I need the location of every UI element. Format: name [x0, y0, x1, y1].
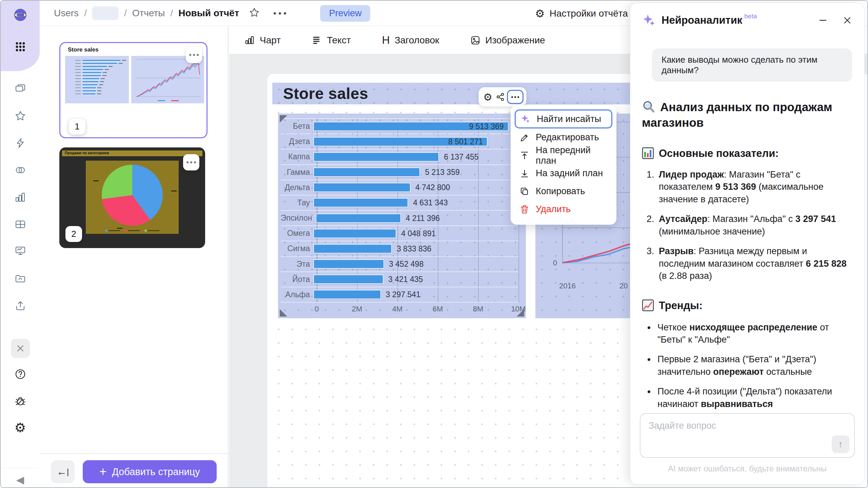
list-item: Лидер продаж: Магазин "Бета" с показател… [657, 168, 852, 205]
favorite-star-icon[interactable] [249, 7, 260, 20]
menu-item-send-back[interactable]: На задний план [515, 164, 612, 182]
question-input-wrap: ↑ [640, 413, 855, 458]
widget-toolbar: ⚙ [478, 87, 527, 107]
report-settings-button[interactable]: ⚙ Настройки отчёта [535, 1, 628, 26]
insert-image-button[interactable]: Изображение [470, 35, 545, 46]
analysis-heading: Анализ данных по продажам магазинов [642, 99, 852, 130]
report-title-widget[interactable]: Store sales [272, 83, 672, 104]
close-icon[interactable] [843, 16, 852, 25]
question-input[interactable] [640, 414, 854, 457]
collapse-rail-icon[interactable]: ◀ [16, 474, 24, 486]
pie-graphic [102, 165, 163, 226]
widget-settings-icon[interactable]: ⚙ [481, 90, 494, 104]
chart-icon [245, 35, 255, 45]
bar-category-label: Альфа [281, 290, 313, 299]
app-logo-icon[interactable] [13, 7, 28, 22]
list-item: Аутсайдер: Магазин "Альфа" с 3 297 541 (… [657, 213, 852, 238]
panel-title: Нейроаналитик [662, 14, 742, 26]
menu-item-find-insights[interactable]: Найти инсайты [515, 109, 612, 128]
bar-value-label: 3 297 541 [386, 290, 420, 299]
widget-share-icon[interactable] [494, 90, 507, 104]
bar-category-label: Гамма [281, 168, 313, 177]
trend-chart-emoji-icon [642, 299, 654, 311]
y-axis-tick: 0 [553, 259, 557, 267]
bar-value-label: 4 048 891 [401, 229, 436, 238]
list-item: Четкое нисходящее распределение от "Беты… [655, 321, 852, 346]
bar-row: Дельта4 742 800 [281, 180, 518, 196]
pencil-icon [519, 133, 530, 143]
bar-category-label: Дзета [281, 137, 313, 146]
bar-row: Каппа6 137 455 [281, 149, 518, 165]
bar-value-label: 5 213 359 [425, 168, 459, 177]
bar [313, 229, 396, 238]
favorites-icon[interactable] [13, 108, 28, 123]
storage-folder-icon[interactable] [13, 271, 28, 286]
report-title: Store sales [283, 84, 368, 103]
breadcrumb: Users / / Отчеты / Новый отчёт [54, 6, 239, 20]
breadcrumb-root[interactable]: Users [54, 8, 79, 19]
copy-icon [519, 186, 530, 197]
bar-value-label: 6 137 455 [444, 152, 478, 161]
dashboards-icon[interactable] [13, 243, 28, 258]
bar-value-label: 3 421 435 [388, 275, 423, 284]
add-page-button[interactable]: + Добавить страницу [83, 460, 217, 483]
datasets-icon[interactable] [13, 163, 28, 178]
bar-row: Дзета8 501 271 [281, 134, 518, 149]
resize-handle[interactable] [280, 115, 287, 123]
insert-chart-button[interactable]: Чарт [245, 35, 281, 46]
insert-heading-button[interactable]: H Заголовок [382, 34, 439, 46]
apps-grid-icon[interactable] [13, 39, 28, 54]
bar-value-label: 8 501 271 [448, 137, 483, 146]
page2-more-icon[interactable] [183, 154, 199, 170]
bar [313, 244, 392, 253]
resize-handle[interactable] [517, 309, 524, 317]
breadcrumb-blurred-item[interactable] [92, 6, 119, 20]
menu-item-copy[interactable]: Копировать [515, 182, 612, 200]
bar-row: Тау4 631 343 [281, 196, 518, 211]
close-rail-icon[interactable] [11, 339, 30, 358]
add-page-label: Добавить страницу [112, 466, 200, 477]
resize-handle[interactable] [280, 309, 287, 317]
bring-front-icon [519, 150, 530, 161]
mini-bar-chart [65, 56, 129, 103]
sparkle-icon [642, 13, 656, 27]
help-icon[interactable] [13, 367, 28, 382]
breadcrumb-separator: / [170, 8, 173, 19]
pages-panel: Store sales 1 Продажи по категориям 2 ←|… [40, 26, 229, 487]
magnifier-icon [642, 100, 655, 114]
panel-body: Какие выводы можно сделать по этим данны… [630, 30, 864, 442]
gear-icon: ⚙ [535, 8, 545, 19]
widget-context-menu: Найти инсайты Редактировать На передний … [511, 105, 616, 225]
page-thumbnail-2[interactable]: Продажи по категориям 2 [59, 147, 205, 248]
metrics-list: Лидер продаж: Магазин "Бета" с показател… [657, 168, 852, 282]
connections-icon[interactable] [13, 136, 28, 150]
settings-icon[interactable]: ⚙ [13, 420, 28, 435]
page1-more-icon[interactable] [186, 47, 202, 63]
bar-category-label: Дельта [281, 183, 313, 192]
more-actions-icon[interactable] [274, 12, 286, 15]
neuro-analytics-panel: Нейроаналитик beta Какие выводы можно сд… [630, 3, 865, 485]
menu-item-edit[interactable]: Редактировать [515, 128, 612, 146]
page-thumbnail-1[interactable]: Store sales 1 [59, 42, 208, 138]
bar-category-label: Эпсилон [281, 214, 316, 223]
bar-row: Эпсилон4 211 396 [281, 211, 518, 226]
thumbnail-report-title: Store sales [68, 46, 99, 53]
export-icon[interactable] [13, 298, 28, 313]
breadcrumb-section[interactable]: Отчеты [132, 8, 165, 19]
charts-icon[interactable] [13, 190, 28, 205]
thumbnail-pie-title: Продажи по категориям [62, 150, 202, 156]
menu-item-bring-front[interactable]: На передний план [515, 146, 612, 164]
insert-text-button[interactable]: Текст [312, 35, 351, 46]
send-button[interactable]: ↑ [832, 435, 849, 453]
menu-item-delete[interactable]: Удалить [515, 200, 612, 218]
preview-button[interactable]: Preview [320, 5, 370, 22]
collapse-pages-panel-button[interactable]: ←| [51, 460, 75, 483]
bar-chart-widget[interactable]: Бета9 513 369Дзета8 501 271Каппа6 137 45… [278, 114, 526, 318]
bar [313, 167, 420, 177]
widget-more-icon[interactable] [507, 90, 524, 104]
minimize-icon[interactable] [818, 16, 828, 25]
bug-report-icon[interactable] [13, 394, 28, 409]
collections-icon[interactable] [13, 81, 28, 96]
pie-label-mark [93, 180, 99, 181]
tables-icon[interactable] [13, 217, 28, 232]
